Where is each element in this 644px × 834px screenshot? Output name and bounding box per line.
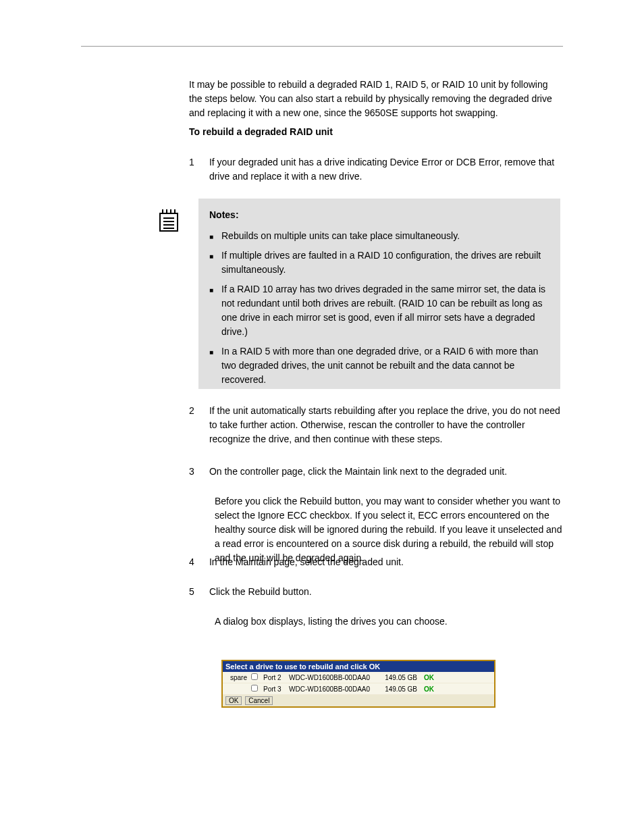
step-1: 1 If your degraded unit has a drive indi…	[189, 155, 563, 184]
drive-model: WDC-WD1600BB-00DAA0	[289, 674, 383, 681]
rebuild-drive-dialog: Select a drive to use to rebuild and cli…	[221, 660, 495, 708]
note-bullet-2: If multiple drives are faulted in a RAID…	[209, 249, 549, 277]
intro-paragraph: It may be possible to rebuild a degraded…	[189, 78, 563, 120]
cancel-button[interactable]: Cancel	[245, 696, 273, 705]
note-bullet-1: Rebuilds on multiple units can take plac…	[209, 229, 549, 243]
drive-checkbox[interactable]	[250, 673, 259, 681]
step-text: Click the Rebuild button.	[209, 585, 563, 599]
note-bullet-3: If a RAID 10 array has two drives degrad…	[209, 282, 549, 339]
drive-row: Port 3 WDC-WD1600BB-00DAA0 149.05 GB OK	[223, 683, 494, 695]
drive-row: spare Port 2 WDC-WD1600BB-00DAA0 149.05 …	[223, 672, 494, 683]
drive-port: Port 3	[259, 685, 289, 693]
drive-status: OK	[424, 674, 451, 681]
header-rule	[81, 46, 563, 47]
note-lead: Notes:	[209, 209, 239, 220]
note-bullet-4: In a RAID 5 with more than one degraded …	[209, 344, 549, 387]
step-text: If the unit automatically starts rebuild…	[209, 404, 563, 446]
spare-label: spare	[227, 674, 250, 681]
procedure-heading: To rebuild a degraded RAID unit	[189, 125, 563, 139]
step-5: 5 Click the Rebuild button.	[189, 585, 563, 599]
step-number: 4	[189, 555, 207, 569]
ok-button[interactable]: OK	[225, 696, 242, 705]
step-2: 2 If the unit automatically starts rebui…	[189, 404, 563, 446]
step-text: On the controller page, click the Mainta…	[209, 465, 563, 479]
drive-size: 149.05 GB	[383, 674, 424, 681]
step-number: 1	[189, 155, 207, 170]
step-number: 3	[189, 465, 207, 479]
step-text: In the Maintain page, select the degrade…	[209, 555, 563, 569]
note-icon	[158, 208, 180, 232]
step-number: 2	[189, 404, 207, 418]
drive-model: WDC-WD1600BB-00DAA0	[289, 685, 383, 693]
drive-status: OK	[424, 685, 451, 693]
drive-checkbox[interactable]	[250, 685, 259, 693]
dialog-title: Select a drive to use to rebuild and cli…	[223, 661, 494, 672]
step-text: If your degraded unit has a drive indica…	[209, 155, 563, 184]
dialog-buttons: OK Cancel	[223, 695, 494, 706]
step-4: 4 In the Maintain page, select the degra…	[189, 555, 563, 569]
dialog-lead-paragraph: A dialog box displays, listing the drive…	[215, 615, 563, 629]
note-box: Notes: Rebuilds on multiple units can ta…	[198, 199, 560, 389]
step-3: 3 On the controller page, click the Main…	[189, 465, 563, 479]
drive-port: Port 2	[259, 674, 289, 681]
drive-size: 149.05 GB	[383, 685, 424, 693]
step-number: 5	[189, 585, 207, 599]
